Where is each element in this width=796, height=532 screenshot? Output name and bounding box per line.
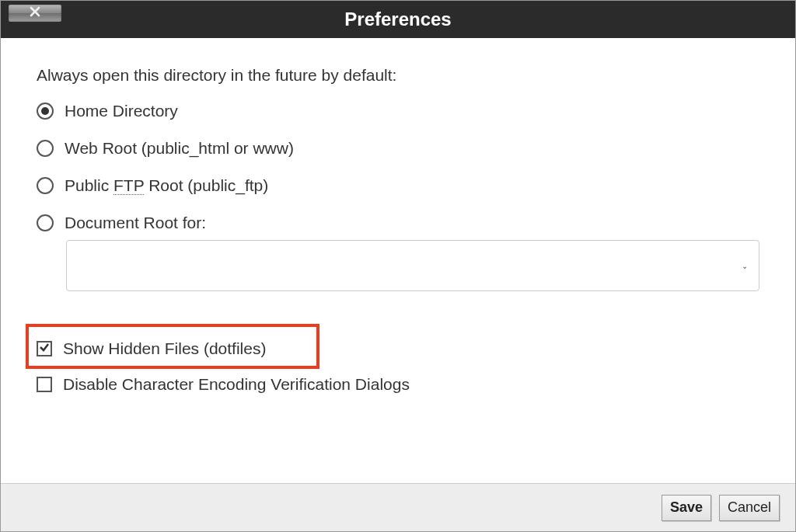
checkbox-disable-encoding-dialogs[interactable]: Disable Character Encoding Verification … xyxy=(37,375,759,394)
radio-label: Web Root (public_html or www) xyxy=(65,139,294,158)
preferences-dialog: Preferences Always open this directory i… xyxy=(0,0,796,532)
radio-web-root[interactable]: Web Root (public_html or www) xyxy=(37,139,759,158)
checkbox-icon xyxy=(37,377,52,392)
save-button[interactable]: Save xyxy=(662,495,711,521)
close-icon xyxy=(30,6,40,20)
checkbox-group: Show Hidden Files (dotfiles) Disable Cha… xyxy=(37,339,759,394)
document-root-select[interactable]: ⌄ xyxy=(66,240,759,291)
ftp-abbr: FTP xyxy=(113,176,144,195)
radio-icon xyxy=(37,103,54,120)
radio-public-ftp-root[interactable]: Public FTP Root (public_ftp) xyxy=(37,176,759,195)
radio-label: Home Directory xyxy=(65,102,178,120)
checkbox-show-hidden-files[interactable]: Show Hidden Files (dotfiles) xyxy=(37,339,759,358)
checkbox-label: Show Hidden Files (dotfiles) xyxy=(63,339,266,358)
radio-label: Public FTP Root (public_ftp) xyxy=(65,176,268,195)
radio-home-directory[interactable]: Home Directory xyxy=(37,102,759,120)
radio-icon xyxy=(37,214,54,231)
radio-icon xyxy=(37,140,54,157)
checkbox-label: Disable Character Encoding Verification … xyxy=(63,375,410,394)
cancel-button[interactable]: Cancel xyxy=(719,495,780,521)
default-directory-radio-group: Home Directory Web Root (public_html or … xyxy=(37,102,759,232)
prompt-text: Always open this directory in the future… xyxy=(37,66,759,85)
close-button[interactable] xyxy=(9,5,61,22)
dialog-title: Preferences xyxy=(344,9,451,30)
chevron-down-icon: ⌄ xyxy=(742,262,748,270)
radio-document-root[interactable]: Document Root for: xyxy=(37,214,759,232)
radio-label: Document Root for: xyxy=(65,214,206,232)
titlebar: Preferences xyxy=(1,1,795,38)
dialog-footer: Save Cancel xyxy=(1,483,795,531)
checkmark-icon xyxy=(39,342,50,356)
radio-icon xyxy=(37,177,54,194)
checkbox-icon xyxy=(37,341,52,356)
content-area: Always open this directory in the future… xyxy=(1,38,795,483)
